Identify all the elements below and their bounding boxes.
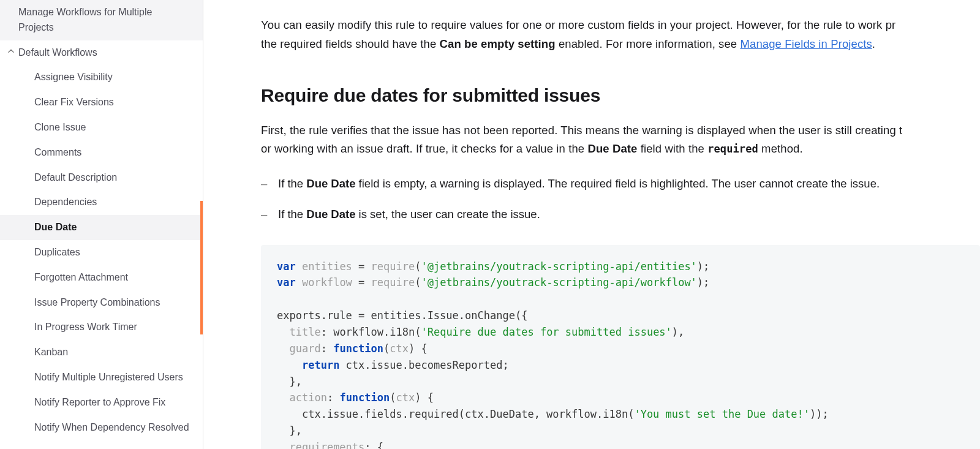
text: If the: [278, 208, 306, 221]
sidebar-item-dependencies[interactable]: Dependencies: [0, 190, 203, 215]
text: field is empty, a warning is displayed. …: [355, 177, 880, 190]
code-id: guard: [289, 342, 320, 355]
text: First, the rule verifies that the issue …: [261, 124, 902, 137]
sidebar-item-notify-multiple-unregistered[interactable]: Notify Multiple Unregistered Users: [0, 365, 203, 390]
sidebar-item-default-description[interactable]: Default Description: [0, 165, 203, 191]
list-item: If the Due Date is set, the user can cre…: [261, 205, 980, 224]
code-id: require: [371, 276, 415, 289]
sidebar-item-kanban[interactable]: Kanban: [0, 340, 203, 365]
sidebar-item-in-progress-work-timer[interactable]: In Progress Work Timer: [0, 315, 203, 340]
section-heading: Require due dates for submitted issues: [261, 81, 980, 110]
sidebar-item-clone-issue[interactable]: Clone Issue: [0, 115, 203, 140]
bold-text: Due Date: [306, 177, 355, 190]
sidebar-item-label: Dependencies: [34, 195, 97, 210]
code-id: workflow: [302, 276, 352, 289]
code-kw: function: [333, 342, 383, 355]
code-str: 'You must set the Due date!': [634, 408, 810, 420]
text: method.: [758, 142, 803, 155]
link-manage-fields[interactable]: Manage Fields in Projects: [740, 37, 872, 50]
text: .: [872, 37, 875, 50]
text: You can easily modify this rule to requi…: [261, 18, 895, 31]
sidebar-item-forgotten-attachment[interactable]: Forgotten Attachment: [0, 265, 203, 290]
code-text: ),: [672, 326, 684, 338]
sidebar-group-default-workflows[interactable]: Default Workflows: [0, 40, 203, 66]
sidebar-item-label: Kanban: [34, 345, 68, 360]
code-id: require: [371, 260, 415, 273]
code-line: exports.rule = entities.Issue.onChange({: [277, 309, 527, 322]
section-paragraph: First, the rule verifies that the issue …: [261, 121, 980, 159]
bold-text: Due Date: [587, 142, 637, 155]
sidebar-item-issue-property-combinations[interactable]: Issue Property Combinations: [0, 290, 203, 315]
text: or working with an issue draft. If true,…: [261, 142, 587, 155]
code-id: requirements: [289, 441, 364, 449]
sidebar: Manage Workflows for Multiple Projects D…: [0, 0, 203, 449]
sidebar-item-label: Forgotten Attachment: [34, 270, 128, 285]
sidebar-item-label: Default Description: [34, 170, 117, 186]
sidebar-item-label: Notify When Dependency Resolved: [34, 420, 189, 436]
text: enabled. For more information, see: [556, 37, 741, 50]
code-text: : workflow.i18n(: [321, 326, 421, 338]
code-text: },: [289, 375, 301, 388]
code-kw: function: [339, 391, 390, 404]
sidebar-item-comments[interactable]: Comments: [0, 140, 203, 165]
intro-paragraph: You can easily modify this rule to requi…: [261, 16, 980, 53]
inline-code: required: [707, 143, 758, 155]
sidebar-item-duplicates[interactable]: Duplicates: [0, 240, 203, 265]
code-id: entities: [302, 260, 352, 273]
text: field with the: [637, 142, 707, 155]
code-text: (: [383, 342, 390, 355]
code-kw: var: [277, 260, 296, 273]
code-text: },: [289, 424, 301, 437]
code-block: var entities = require('@jetbrains/youtr…: [261, 245, 980, 449]
app-root: Manage Workflows for Multiple Projects D…: [0, 0, 980, 449]
code-kw: var: [277, 276, 296, 289]
bullet-list: If the Due Date field is empty, a warnin…: [261, 175, 980, 224]
main-content: You can easily modify this rule to requi…: [203, 0, 980, 449]
sidebar-item-label: Due Date: [34, 220, 77, 235]
code-str: '@jetbrains/youtrack-scripting-api/workf…: [421, 276, 697, 289]
sidebar-item-label: Clone Issue: [34, 120, 86, 135]
sidebar-item-notify-when-dependency-resolved[interactable]: Notify When Dependency Resolved: [0, 415, 203, 440]
sidebar-item-due-date[interactable]: Due Date: [0, 215, 203, 240]
code-id: ctx: [396, 391, 415, 404]
sidebar-active-marker: [200, 201, 203, 334]
sidebar-item-label: Issue Property Combinations: [34, 295, 160, 311]
sidebar-item-label: Assignee Visibility: [34, 70, 113, 85]
code-text: : {: [364, 441, 383, 449]
code-id: action: [289, 391, 326, 404]
code-str: 'Require due dates for submitted issues': [421, 326, 671, 338]
text: If the: [278, 177, 306, 190]
sidebar-item-clear-fix-versions[interactable]: Clear Fix Versions: [0, 90, 203, 115]
code-text: (: [390, 391, 396, 404]
text: is set, the user can create the issue.: [355, 208, 540, 221]
sidebar-item-label: Notify Reporter to Approve Fix: [34, 395, 165, 410]
sidebar-item-label: In Progress Work Timer: [34, 320, 137, 335]
sidebar-item-label: Duplicates: [34, 245, 80, 260]
sidebar-item-label: Clear Fix Versions: [34, 95, 114, 110]
bold-text: Can be empty setting: [440, 37, 556, 50]
code-kw: return: [302, 359, 339, 371]
code-id: ctx: [390, 342, 409, 355]
code-text: ctx.issue.becomesReported;: [339, 359, 508, 371]
text: the required fields should have the: [261, 37, 440, 50]
sidebar-item-manage-workflows[interactable]: Manage Workflows for Multiple Projects: [0, 0, 203, 40]
code-text: ));: [810, 408, 829, 420]
code-text: ) {: [409, 342, 428, 355]
sidebar-item-notify-reporter-approve-fix[interactable]: Notify Reporter to Approve Fix: [0, 390, 203, 415]
bold-text: Due Date: [306, 208, 355, 221]
code-text: ctx.issue.fields.required(ctx.DueDate, w…: [302, 408, 634, 420]
code-id: title: [289, 326, 320, 338]
sidebar-item-label: Comments: [34, 145, 81, 160]
sidebar-item-label: Manage Workflows for Multiple Projects: [18, 5, 178, 36]
sidebar-item-assignee-visibility[interactable]: Assignee Visibility: [0, 65, 203, 90]
sidebar-item-label: Notify Multiple Unregistered Users: [34, 370, 183, 385]
list-item: If the Due Date field is empty, a warnin…: [261, 175, 980, 194]
code-str: '@jetbrains/youtrack-scripting-api/entit…: [421, 260, 697, 273]
chevron-down-icon: [7, 48, 15, 55]
sidebar-group-label: Default Workflows: [18, 45, 97, 61]
code-text: ) {: [415, 391, 434, 404]
